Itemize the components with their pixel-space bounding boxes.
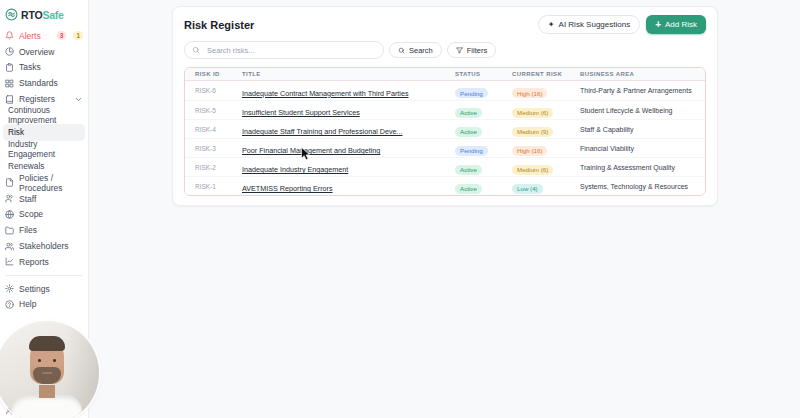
column-header-risk-id: RISK ID [195, 71, 242, 77]
globe-icon [5, 210, 14, 219]
business-area: Third-Party & Partner Arrangements [580, 87, 695, 94]
sidebar-item-settings[interactable]: Settings [0, 281, 88, 297]
risk-title-link[interactable]: Insufficient Student Support Services [242, 108, 360, 117]
sidebar-item-policies-procedures[interactable]: Policies / Procedures [0, 175, 88, 191]
table-row: RISK-5Insufficient Student Support Servi… [185, 100, 705, 119]
risk-title-link[interactable]: AVETMISS Reporting Errors [242, 184, 333, 193]
risk-title-link[interactable]: Inadequate Contract Management with Thir… [242, 89, 408, 98]
sidebar-item-industry-engagement[interactable]: Industry Engagement [3, 141, 85, 158]
ai-risk-suggestions-button[interactable]: ✦ AI Risk Suggestions [538, 15, 640, 34]
add-risk-label: Add Risk [665, 20, 697, 29]
table-row: RISK-6Inadequate Contract Management wit… [185, 81, 705, 100]
sidebar-item-label: Files [19, 225, 37, 235]
column-header-title: TITLE [242, 71, 455, 77]
add-risk-button[interactable]: + Add Risk [646, 15, 706, 34]
business-area: Student Lifecycle & Wellbeing [580, 107, 695, 114]
toolbar: Search Filters [184, 41, 706, 59]
sidebar-item-stakeholders[interactable]: Stakeholders [0, 238, 88, 254]
risk-title-link[interactable]: Inadequate Industry Engagement [242, 165, 348, 174]
sidebar-item-risk[interactable]: Risk [3, 124, 85, 141]
person-eye [38, 359, 41, 362]
grid-icon [5, 79, 14, 88]
sidebar-item-reports[interactable]: Reports [0, 254, 88, 270]
sidebar-item-label: Registers [19, 94, 55, 104]
sidebar-item-scope[interactable]: Scope [0, 207, 88, 223]
sidebar-item-label: Industry Engagement [8, 139, 80, 159]
sparkle-icon: ✦ [548, 21, 555, 29]
users-group-icon [5, 242, 14, 251]
search-icon [398, 47, 405, 54]
sidebar-item-label: Renewals [8, 161, 44, 171]
risk-id: RISK-6 [195, 87, 242, 94]
header-actions: ✦ AI Risk Suggestions + Add Risk [538, 15, 706, 34]
sidebar-item-staff[interactable]: Staff [0, 191, 88, 207]
risk-title-link[interactable]: Inadequate Staff Training and Profession… [242, 127, 403, 136]
sidebar: RTOSafe Alerts31OverviewTasksStandardsRe… [0, 0, 89, 418]
sidebar-item-label: Policies / Procedures [19, 173, 83, 193]
status-badge: Pending [455, 88, 488, 98]
person-eye [53, 359, 56, 362]
gear-icon [5, 284, 14, 293]
sidebar-item-label: Reports [19, 257, 49, 267]
current-risk-badge: High (16) [512, 146, 547, 156]
webcam-overlay [0, 321, 99, 418]
pie-chart-icon [5, 47, 14, 56]
status-badge: Active [455, 165, 482, 175]
help-icon [5, 300, 14, 309]
table-body: RISK-6Inadequate Contract Management wit… [185, 81, 705, 195]
status-badge: Active [455, 127, 482, 137]
sidebar-item-label: Alerts [19, 31, 41, 41]
sidebar-item-standards[interactable]: Standards [0, 75, 88, 91]
search-icon [192, 46, 200, 54]
table-row: RISK-1AVETMISS Reporting ErrorsActiveLow… [185, 176, 705, 195]
clipboard-icon [5, 63, 14, 72]
person-beard [33, 367, 61, 384]
sidebar-item-overview[interactable]: Overview [0, 44, 88, 60]
person-mouth [42, 372, 52, 374]
sidebar-item-label: Risk [8, 127, 24, 137]
business-area: Staff & Capability [580, 126, 695, 133]
sidebar-item-label: Standards [19, 78, 58, 88]
sidebar-item-label: Settings [19, 284, 50, 294]
status-badge: Pending [455, 146, 488, 156]
ai-risk-suggestions-label: AI Risk Suggestions [559, 20, 631, 29]
sidebar-item-files[interactable]: Files [0, 222, 88, 238]
page-title: Risk Register [184, 19, 254, 31]
brand-name-primary: RTO [21, 9, 42, 21]
risk-table: RISK IDTITLESTATUSCURRENT RISKBUSINESS A… [184, 67, 706, 196]
risk-title-link[interactable]: Poor Financial Management and Budgeting [242, 146, 380, 155]
plus-icon: + [655, 20, 661, 30]
filters-button-label: Filters [467, 46, 487, 55]
table-header-row: RISK IDTITLESTATUSCURRENT RISKBUSINESS A… [185, 68, 705, 81]
risk-id: RISK-3 [195, 145, 242, 152]
sidebar-item-continuous-improvement[interactable]: Continuous Improvement [3, 107, 85, 124]
current-risk-badge: Low (4) [512, 184, 543, 194]
person-hair [29, 336, 65, 351]
sidebar-item-label: Overview [19, 47, 54, 57]
risk-id: RISK-4 [195, 126, 242, 133]
brand-name: RTOSafe [21, 9, 64, 21]
sidebar-item-tasks[interactable]: Tasks [0, 60, 88, 76]
chart-icon [5, 257, 14, 266]
users-icon [5, 194, 14, 203]
column-header-business-area: BUSINESS AREA [580, 71, 695, 77]
filters-button[interactable]: Filters [447, 42, 496, 58]
sidebar-item-label: Scope [19, 209, 43, 219]
bell-icon [5, 31, 14, 40]
business-area: Financial Viability [580, 145, 695, 152]
search-button-label: Search [409, 46, 433, 55]
sidebar-item-label: Help [19, 299, 36, 309]
sidebar-item-alerts[interactable]: Alerts31 [0, 28, 88, 44]
chevron-down-icon [74, 95, 83, 104]
sidebar-divider [6, 275, 82, 276]
filter-icon [456, 47, 463, 54]
person-neck [39, 385, 55, 398]
sidebar-item-help[interactable]: Help [0, 297, 88, 313]
card-header: Risk Register ✦ AI Risk Suggestions + Ad… [184, 15, 706, 34]
business-area: Systems, Technology & Resources [580, 183, 695, 190]
search-button[interactable]: Search [389, 42, 442, 58]
search-input[interactable] [205, 45, 376, 56]
sidebar-item-label: Stakeholders [19, 241, 69, 251]
search-box[interactable] [184, 41, 384, 59]
document-icon [5, 178, 14, 187]
